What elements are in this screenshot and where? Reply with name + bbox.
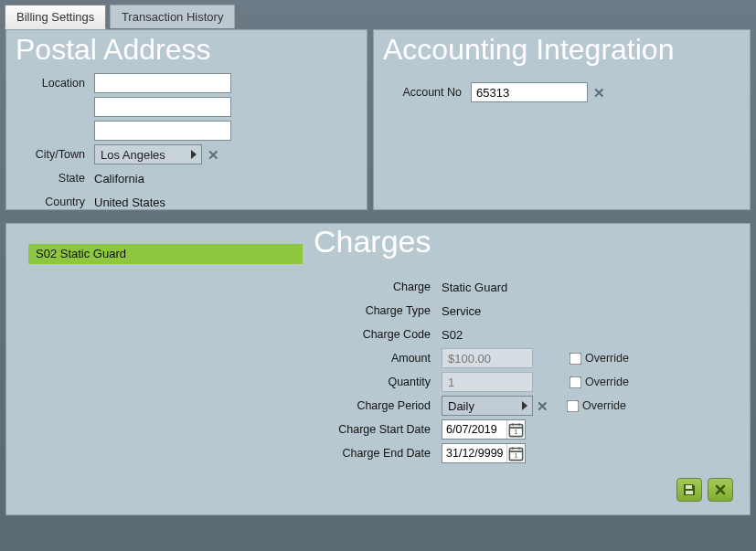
city-combo[interactable]: Los Angeles [94,144,202,164]
amount-input [442,348,533,368]
postal-title: Postal Address [16,33,356,67]
chevron-right-icon [191,150,197,159]
clear-account-icon[interactable]: ✕ [593,86,605,100]
location-line1-input[interactable] [94,73,231,93]
city-label: City/Town [17,148,85,161]
accounting-integration-panel: Accounting Integration Account No ✕ [373,29,751,210]
country-value: United States [94,196,165,209]
clear-period-icon[interactable]: ✕ [537,399,548,413]
override-period-checkbox[interactable] [567,399,580,412]
charge-type-label: Charge Type [308,304,431,317]
end-date-input[interactable] [442,444,506,462]
svg-rect-5 [686,491,693,494]
override-quantity-checkbox[interactable] [570,376,582,388]
charge-code-value: S02 [442,328,463,342]
tab-transaction-history[interactable]: Transaction History [110,5,236,28]
charges-panel: S02 Static Guard Charges Charge Static G… [5,223,751,515]
save-button[interactable] [676,478,702,502]
country-label: Country [17,196,85,208]
quantity-label: Quantity [308,376,431,388]
clear-city-icon[interactable]: ✕ [208,148,219,162]
account-no-input[interactable] [471,82,588,102]
override-quantity-label: Override [585,376,629,388]
override-amount-label: Override [585,352,629,365]
postal-address-panel: Postal Address Location City/Town Los An… [5,29,367,210]
svg-rect-4 [686,485,692,489]
charge-period-combo: Daily [442,396,533,416]
chevron-right-icon [522,401,527,410]
override-period-label: Override [582,399,626,412]
start-date-field[interactable]: 1 [442,419,526,440]
location-label: Location [17,77,85,90]
tabs-bar: Billing Settings Transaction History [0,0,756,29]
end-date-label: Charge End Date [308,447,431,460]
state-value: California [94,172,144,185]
selected-charge-item[interactable]: S02 Static Guard [28,244,303,264]
account-no-label: Account No [385,86,462,99]
charge-value: Static Guard [442,281,507,294]
quantity-input [442,372,533,392]
charge-code-label: Charge Code [308,328,431,341]
end-date-field[interactable]: 1 [442,443,526,463]
calendar-icon[interactable]: 1 [506,444,525,462]
start-date-label: Charge Start Date [308,423,431,436]
amount-label: Amount [308,352,431,365]
start-date-input[interactable] [442,420,506,439]
accounting-title: Accounting Integration [383,33,739,67]
charge-label: Charge [308,281,431,293]
cancel-button[interactable] [708,478,733,502]
location-line2-input[interactable] [94,97,231,117]
override-amount-checkbox[interactable] [570,352,582,365]
charge-type-value: Service [442,304,481,318]
svg-text:1: 1 [515,429,518,436]
svg-text:1: 1 [515,452,518,460]
charges-title: Charges [314,224,431,260]
tab-billing-settings[interactable]: Billing Settings [5,5,106,29]
charge-period-label: Charge Period [308,399,431,412]
state-label: State [17,172,85,185]
calendar-icon[interactable]: 1 [506,420,525,439]
location-line3-input[interactable] [94,121,231,141]
